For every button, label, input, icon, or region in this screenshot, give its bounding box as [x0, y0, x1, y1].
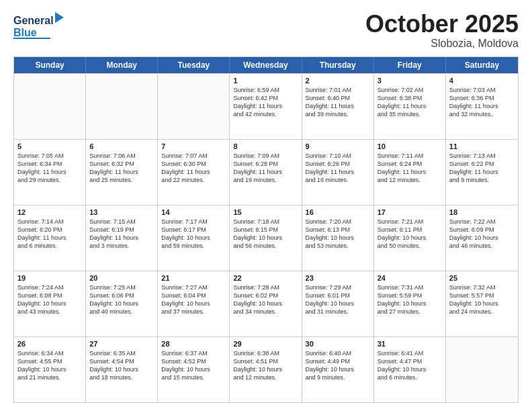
calendar-cell-r2-c0: 12Sunrise: 7:14 AM Sunset: 6:20 PM Dayli…	[14, 205, 86, 271]
location-subtitle: Slobozia, Moldova	[365, 38, 519, 50]
calendar-cell-r4-c1: 27Sunrise: 6:35 AM Sunset: 4:54 PM Dayli…	[86, 337, 158, 402]
page: General Blue October 2025 Slobozia, Mold…	[0, 0, 532, 411]
cell-day-number: 7	[161, 142, 226, 150]
calendar-cell-r3-c6: 25Sunrise: 7:32 AM Sunset: 5:57 PM Dayli…	[446, 271, 518, 336]
calendar-cell-r0-c1	[86, 74, 158, 139]
cell-day-number: 23	[306, 274, 370, 282]
calendar-cell-r1-c6: 11Sunrise: 7:13 AM Sunset: 6:22 PM Dayli…	[446, 140, 518, 205]
cell-daylight-info: Sunrise: 7:13 AM Sunset: 6:22 PM Dayligh…	[449, 152, 515, 185]
calendar-cell-r3-c5: 24Sunrise: 7:31 AM Sunset: 5:59 PM Dayli…	[374, 271, 446, 336]
cell-day-number: 12	[17, 208, 82, 216]
header-thursday: Thursday	[302, 57, 374, 73]
calendar-cell-r1-c2: 7Sunrise: 7:07 AM Sunset: 6:30 PM Daylig…	[158, 140, 230, 205]
calendar-cell-r1-c4: 9Sunrise: 7:10 AM Sunset: 6:26 PM Daylig…	[302, 140, 374, 205]
svg-text:Blue: Blue	[13, 27, 37, 38]
header-sunday: Sunday	[14, 57, 86, 73]
cell-daylight-info: Sunrise: 7:14 AM Sunset: 6:20 PM Dayligh…	[17, 218, 82, 250]
header-tuesday: Tuesday	[158, 57, 230, 73]
cell-daylight-info: Sunrise: 7:29 AM Sunset: 6:01 PM Dayligh…	[306, 283, 370, 316]
cell-daylight-info: Sunrise: 7:18 AM Sunset: 6:15 PM Dayligh…	[233, 218, 298, 250]
cell-daylight-info: Sunrise: 7:02 AM Sunset: 6:38 PM Dayligh…	[378, 86, 442, 119]
calendar-row-0: 1Sunrise: 6:59 AM Sunset: 6:42 PM Daylig…	[14, 73, 518, 139]
cell-day-number: 2	[306, 77, 370, 85]
calendar-cell-r0-c3: 1Sunrise: 6:59 AM Sunset: 6:42 PM Daylig…	[230, 74, 302, 139]
calendar-cell-r0-c2	[158, 74, 230, 139]
cell-day-number: 25	[449, 274, 515, 282]
cell-day-number: 29	[233, 340, 298, 348]
cell-daylight-info: Sunrise: 6:35 AM Sunset: 4:54 PM Dayligh…	[89, 349, 154, 382]
cell-daylight-info: Sunrise: 6:37 AM Sunset: 4:52 PM Dayligh…	[161, 349, 226, 382]
cell-day-number: 16	[306, 208, 370, 216]
cell-daylight-info: Sunrise: 7:17 AM Sunset: 6:17 PM Dayligh…	[161, 218, 226, 250]
cell-daylight-info: Sunrise: 7:27 AM Sunset: 6:04 PM Dayligh…	[161, 283, 226, 316]
cell-day-number: 30	[306, 340, 370, 348]
cell-daylight-info: Sunrise: 7:01 AM Sunset: 6:40 PM Dayligh…	[306, 86, 370, 119]
cell-day-number: 14	[161, 208, 226, 216]
logo: General Blue	[13, 11, 74, 40]
cell-day-number: 6	[89, 142, 154, 150]
calendar-cell-r2-c3: 15Sunrise: 7:18 AM Sunset: 6:15 PM Dayli…	[230, 205, 302, 271]
calendar-cell-r1-c1: 6Sunrise: 7:06 AM Sunset: 6:32 PM Daylig…	[86, 140, 158, 205]
cell-daylight-info: Sunrise: 7:24 AM Sunset: 6:08 PM Dayligh…	[17, 283, 82, 316]
calendar-cell-r0-c4: 2Sunrise: 7:01 AM Sunset: 6:40 PM Daylig…	[302, 74, 374, 139]
header-friday: Friday	[374, 57, 446, 73]
calendar-body: 1Sunrise: 6:59 AM Sunset: 6:42 PM Daylig…	[14, 73, 518, 402]
calendar-cell-r4-c2: 28Sunrise: 6:37 AM Sunset: 4:52 PM Dayli…	[158, 337, 230, 402]
header: General Blue October 2025 Slobozia, Mold…	[13, 11, 519, 50]
cell-daylight-info: Sunrise: 7:09 AM Sunset: 6:28 PM Dayligh…	[233, 152, 298, 185]
cell-daylight-info: Sunrise: 6:40 AM Sunset: 4:49 PM Dayligh…	[306, 349, 370, 382]
cell-day-number: 15	[233, 208, 298, 216]
calendar-cell-r1-c0: 5Sunrise: 7:05 AM Sunset: 6:34 PM Daylig…	[14, 140, 86, 205]
calendar-cell-r4-c0: 26Sunrise: 6:34 AM Sunset: 4:55 PM Dayli…	[14, 337, 86, 402]
calendar-cell-r0-c5: 3Sunrise: 7:02 AM Sunset: 6:38 PM Daylig…	[374, 74, 446, 139]
calendar-header: Sunday Monday Tuesday Wednesday Thursday…	[14, 57, 518, 73]
cell-daylight-info: Sunrise: 7:06 AM Sunset: 6:32 PM Dayligh…	[89, 152, 154, 185]
cell-day-number: 28	[161, 340, 226, 348]
cell-daylight-info: Sunrise: 6:34 AM Sunset: 4:55 PM Dayligh…	[17, 349, 82, 382]
month-title: October 2025	[365, 11, 519, 38]
svg-text:General: General	[13, 15, 54, 26]
calendar: Sunday Monday Tuesday Wednesday Thursday…	[13, 56, 519, 403]
cell-day-number: 8	[233, 142, 298, 150]
cell-day-number: 24	[378, 274, 442, 282]
calendar-cell-r4-c6	[446, 337, 518, 402]
calendar-row-4: 26Sunrise: 6:34 AM Sunset: 4:55 PM Dayli…	[14, 336, 518, 402]
cell-day-number: 21	[161, 274, 226, 282]
cell-daylight-info: Sunrise: 7:21 AM Sunset: 6:11 PM Dayligh…	[378, 218, 442, 250]
cell-day-number: 4	[449, 77, 515, 85]
cell-day-number: 27	[89, 340, 154, 348]
calendar-cell-r3-c4: 23Sunrise: 7:29 AM Sunset: 6:01 PM Dayli…	[302, 271, 374, 336]
cell-day-number: 1	[233, 77, 298, 85]
cell-day-number: 19	[17, 274, 82, 282]
title-area: October 2025 Slobozia, Moldova	[365, 11, 519, 50]
cell-day-number: 10	[378, 142, 442, 150]
cell-daylight-info: Sunrise: 7:03 AM Sunset: 6:36 PM Dayligh…	[449, 86, 515, 119]
calendar-cell-r0-c6: 4Sunrise: 7:03 AM Sunset: 6:36 PM Daylig…	[446, 74, 518, 139]
cell-day-number: 11	[449, 142, 515, 150]
cell-day-number: 5	[17, 142, 82, 150]
cell-daylight-info: Sunrise: 6:41 AM Sunset: 4:47 PM Dayligh…	[378, 349, 442, 382]
cell-daylight-info: Sunrise: 7:07 AM Sunset: 6:30 PM Dayligh…	[161, 152, 226, 185]
calendar-cell-r2-c1: 13Sunrise: 7:15 AM Sunset: 6:19 PM Dayli…	[86, 205, 158, 271]
calendar-cell-r3-c3: 22Sunrise: 7:28 AM Sunset: 6:02 PM Dayli…	[230, 271, 302, 336]
calendar-row-3: 19Sunrise: 7:24 AM Sunset: 6:08 PM Dayli…	[14, 271, 518, 336]
cell-daylight-info: Sunrise: 7:20 AM Sunset: 6:13 PM Dayligh…	[306, 218, 370, 250]
cell-day-number: 9	[306, 142, 370, 150]
calendar-cell-r4-c5: 31Sunrise: 6:41 AM Sunset: 4:47 PM Dayli…	[374, 337, 446, 402]
calendar-cell-r1-c5: 10Sunrise: 7:11 AM Sunset: 6:24 PM Dayli…	[374, 140, 446, 205]
header-wednesday: Wednesday	[230, 57, 302, 73]
calendar-cell-r2-c6: 18Sunrise: 7:22 AM Sunset: 6:09 PM Dayli…	[446, 205, 518, 271]
svg-marker-1	[55, 12, 64, 23]
calendar-cell-r4-c3: 29Sunrise: 6:38 AM Sunset: 4:51 PM Dayli…	[230, 337, 302, 402]
cell-daylight-info: Sunrise: 7:10 AM Sunset: 6:26 PM Dayligh…	[306, 152, 370, 185]
calendar-row-1: 5Sunrise: 7:05 AM Sunset: 6:34 PM Daylig…	[14, 139, 518, 205]
calendar-cell-r2-c4: 16Sunrise: 7:20 AM Sunset: 6:13 PM Dayli…	[302, 205, 374, 271]
cell-daylight-info: Sunrise: 7:28 AM Sunset: 6:02 PM Dayligh…	[233, 283, 298, 316]
cell-day-number: 22	[233, 274, 298, 282]
cell-daylight-info: Sunrise: 7:22 AM Sunset: 6:09 PM Dayligh…	[449, 218, 515, 250]
cell-day-number: 17	[378, 208, 442, 216]
cell-day-number: 20	[89, 274, 154, 282]
cell-daylight-info: Sunrise: 7:15 AM Sunset: 6:19 PM Dayligh…	[89, 218, 154, 250]
cell-daylight-info: Sunrise: 7:25 AM Sunset: 6:06 PM Dayligh…	[89, 283, 154, 316]
cell-daylight-info: Sunrise: 6:59 AM Sunset: 6:42 PM Dayligh…	[233, 86, 298, 119]
